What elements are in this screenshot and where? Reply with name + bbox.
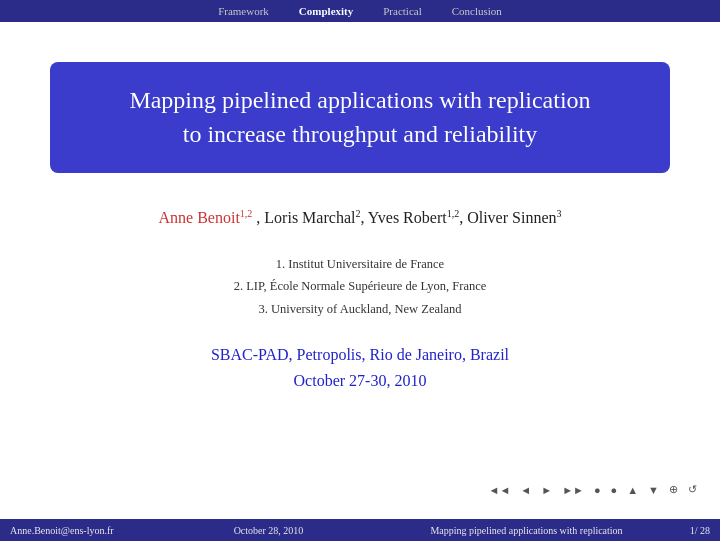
nav-up-btn[interactable]: ▲ <box>624 483 641 497</box>
nav-prev-btn[interactable]: ◄ <box>517 483 534 497</box>
nav-first-btn[interactable]: ◄◄ <box>486 483 514 497</box>
nav-down-btn[interactable]: ▼ <box>645 483 662 497</box>
title-box: Mapping pipelined applications with repl… <box>50 62 670 173</box>
nav-practical[interactable]: Practical <box>383 5 421 17</box>
nav-dot2[interactable]: ● <box>608 483 621 497</box>
conference-line2: October 27-30, 2010 <box>211 368 509 394</box>
affiliation-2: 2. LIP, École Normale Supérieure de Lyon… <box>234 275 487 298</box>
conference-info: SBAC-PAD, Petropolis, Rio de Janeiro, Br… <box>211 342 509 393</box>
affiliation-3: 3. University of Auckland, New Zealand <box>234 298 487 321</box>
nav-last-btn[interactable]: ►► <box>559 483 587 497</box>
affiliation-1: 1. Institut Universitaire de France <box>234 253 487 276</box>
slide-content: Mapping pipelined applications with repl… <box>0 22 720 519</box>
bottom-page: 1/ 28 <box>690 525 720 536</box>
nav-next-btn[interactable]: ► <box>538 483 555 497</box>
affiliations-section: 1. Institut Universitaire de France 2. L… <box>234 253 487 321</box>
nav-controls[interactable]: ◄◄ ◄ ► ►► ● ● ▲ ▼ ⊕ ↺ <box>486 482 700 497</box>
nav-zoom-btn[interactable]: ⊕ <box>666 482 681 497</box>
authors-section: Anne Benoit1,2 , Loris Marchal2, Yves Ro… <box>159 205 562 231</box>
slide-title: Mapping pipelined applications with repl… <box>90 84 630 151</box>
nav-conclusion[interactable]: Conclusion <box>452 5 502 17</box>
bottom-date: October 28, 2010 <box>114 525 304 536</box>
nav-framework[interactable]: Framework <box>218 5 269 17</box>
bottom-title: Mapping pipelined applications with repl… <box>303 525 689 536</box>
nav-dot1[interactable]: ● <box>591 483 604 497</box>
bottom-email: Anne.Benoit@ens-lyon.fr <box>0 525 114 536</box>
top-navigation: Framework Complexity Practical Conclusio… <box>0 0 720 22</box>
nav-refresh-btn[interactable]: ↺ <box>685 482 700 497</box>
bottom-bar: Anne.Benoit@ens-lyon.fr October 28, 2010… <box>0 519 720 541</box>
conference-line1: SBAC-PAD, Petropolis, Rio de Janeiro, Br… <box>211 342 509 368</box>
author-anne: Anne Benoit1,2 <box>159 209 257 226</box>
nav-complexity[interactable]: Complexity <box>299 5 353 17</box>
